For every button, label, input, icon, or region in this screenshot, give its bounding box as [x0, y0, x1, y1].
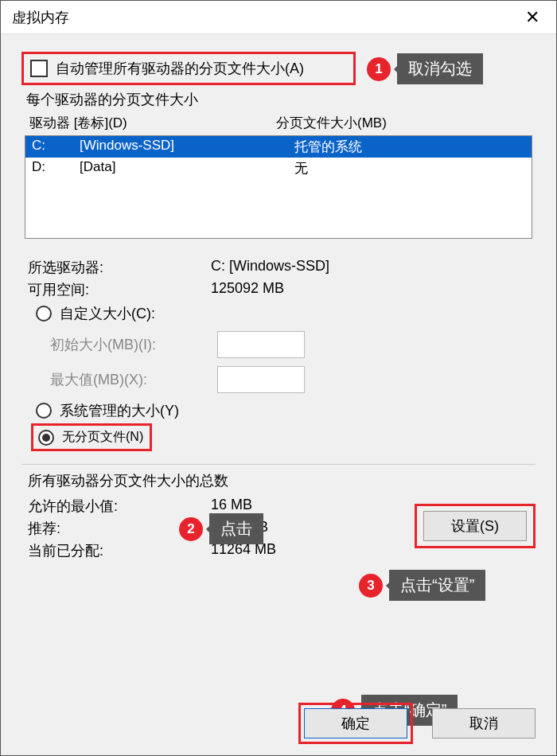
ok-button-wrap: 确定	[298, 703, 413, 744]
close-icon[interactable]: ✕	[516, 2, 548, 33]
set-button-wrap: 设置(S)	[415, 504, 536, 548]
dialog-footer: 确定 取消	[298, 703, 536, 744]
drive-row[interactable]: C: [Windows-SSD] 托管的系统	[25, 136, 532, 158]
callout-tip: 点击	[209, 513, 263, 544]
titlebar: 虚拟内存 ✕	[1, 1, 556, 34]
cancel-button[interactable]: 取消	[432, 708, 536, 738]
callout-badge: 1	[367, 57, 391, 81]
callout-tip: 点击“设置”	[389, 570, 485, 601]
selected-drive-value: C: [Windows-SSD]	[211, 258, 532, 277]
col-drive-header: 驱动器 [卷标](D)	[29, 114, 276, 132]
max-size-label: 最大值(MB)(X):	[50, 370, 217, 389]
drive-letter: D:	[32, 159, 80, 177]
callout-1: 1 取消勾选	[367, 53, 483, 84]
drive-group-title: 每个驱动器的分页文件大小	[26, 90, 536, 109]
initial-size-label: 初始大小(MB)(I):	[50, 335, 217, 354]
virtual-memory-dialog: 虚拟内存 ✕ 自动管理所有驱动器的分页文件大小(A) 1 取消勾选 每个驱动器的…	[0, 0, 557, 756]
callout-badge: 3	[359, 574, 383, 598]
ok-button[interactable]: 确定	[304, 708, 407, 738]
radio-system-managed[interactable]: 系统管理的大小(Y)	[36, 401, 536, 420]
auto-manage-row: 自动管理所有驱动器的分页文件大小(A)	[21, 52, 356, 85]
callout-badge: 2	[179, 517, 203, 541]
initial-size-input[interactable]	[217, 331, 305, 358]
radio-none-label: 无分页文件(N)	[62, 429, 143, 446]
callout-tip: 取消勾选	[397, 53, 483, 84]
set-button[interactable]: 设置(S)	[423, 511, 527, 541]
window-title: 虚拟内存	[12, 8, 516, 27]
drive-row[interactable]: D: [Data] 无	[25, 158, 532, 179]
free-space-value: 125092 MB	[211, 280, 532, 299]
drive-letter: C:	[32, 138, 80, 156]
free-space-label: 可用空间:	[28, 280, 211, 299]
totals-title: 所有驱动器分页文件大小的总数	[28, 471, 532, 490]
drive-list[interactable]: C: [Windows-SSD] 托管的系统 D: [Data] 无	[25, 135, 532, 239]
drive-pagefile: 托管的系统	[294, 138, 525, 156]
auto-manage-label: 自动管理所有驱动器的分页文件大小(A)	[56, 59, 304, 78]
drive-pagefile: 无	[294, 159, 525, 177]
radio-icon	[36, 306, 52, 321]
max-size-input[interactable]	[217, 366, 305, 393]
radio-system-label: 系统管理的大小(Y)	[60, 401, 179, 420]
radio-icon	[36, 403, 52, 419]
auto-manage-checkbox[interactable]	[30, 60, 48, 77]
callout-3: 3 点击“设置”	[359, 570, 485, 601]
custom-size-rows: 初始大小(MB)(I): 最大值(MB)(X):	[50, 331, 536, 393]
callout-2: 2 点击	[179, 513, 263, 544]
radio-custom-size[interactable]: 自定义大小(C):	[36, 304, 536, 323]
radio-custom-label: 自定义大小(C):	[60, 304, 155, 323]
drive-label: [Windows-SSD]	[80, 138, 294, 156]
dialog-content: 自动管理所有驱动器的分页文件大小(A) 1 取消勾选 每个驱动器的分页文件大小 …	[1, 34, 556, 755]
drive-label: [Data]	[80, 159, 294, 177]
separator	[21, 464, 536, 465]
selected-drive-info: 所选驱动器: C: [Windows-SSD] 可用空间: 125092 MB	[28, 258, 532, 299]
radio-no-pagefile[interactable]: 无分页文件(N)	[31, 423, 152, 451]
selected-drive-label: 所选驱动器:	[28, 258, 211, 277]
radio-icon	[38, 430, 54, 446]
col-page-header: 分页文件大小(MB)	[276, 114, 528, 132]
drive-list-header: 驱动器 [卷标](D) 分页文件大小(MB)	[21, 112, 536, 134]
